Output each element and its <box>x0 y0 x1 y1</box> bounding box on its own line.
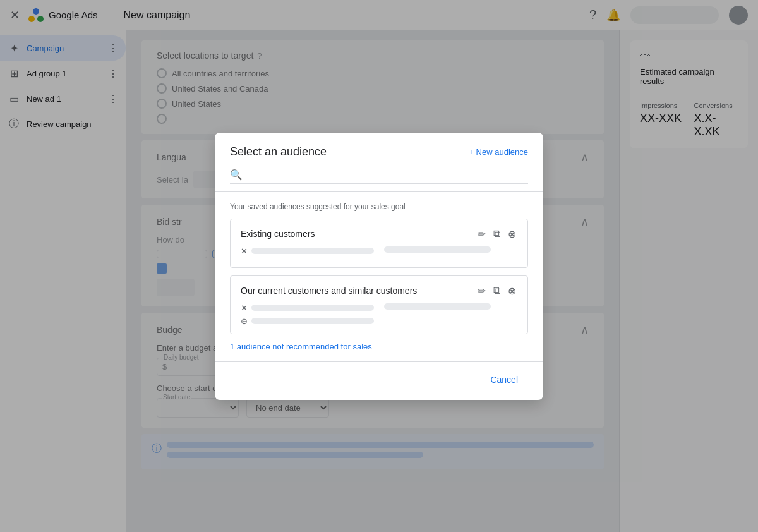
plus-icon: + <box>469 147 474 157</box>
edit-button-existing[interactable]: ✏ <box>476 227 487 241</box>
audience-name-current: Our current customers and similar custom… <box>241 286 417 296</box>
audience-modal: Select an audience + New audience 🔍 Your… <box>215 133 543 400</box>
audience-col-right-2 <box>384 303 517 326</box>
audience-actions: ✏ ⧉ ⊗ <box>476 227 517 241</box>
modal-overlay: Select an audience + New audience 🔍 Your… <box>0 0 758 532</box>
detail-line-2 <box>251 305 374 311</box>
detail-line-right-2 <box>384 303 491 310</box>
audience-item-existing: Existing customers ✏ ⧉ ⊗ ✕ <box>230 219 528 268</box>
detail-line <box>251 248 374 254</box>
new-audience-label: New audience <box>476 147 528 157</box>
suggested-label: Your saved audiences suggested for your … <box>230 202 528 211</box>
audience-col-left-2: ✕ ⊕ <box>241 303 374 326</box>
x-icon-2: ✕ <box>241 303 248 313</box>
new-audience-button[interactable]: + New audience <box>469 147 528 157</box>
not-recommended-link[interactable]: 1 audience not recommended for sales <box>230 342 528 351</box>
x-icon: ✕ <box>241 246 248 256</box>
detail-line-3 <box>251 318 374 324</box>
search-input[interactable] <box>248 169 528 179</box>
edit-button-current[interactable]: ✏ <box>476 284 487 298</box>
people-icon: ⊕ <box>241 317 248 326</box>
copy-button-existing[interactable]: ⧉ <box>492 227 502 241</box>
audience-col-right <box>384 246 517 260</box>
remove-button-existing[interactable]: ⊗ <box>507 227 517 241</box>
audience-col-left: ✕ <box>241 246 374 260</box>
modal-header: Select an audience + New audience <box>215 133 543 169</box>
audience-name-existing: Existing customers <box>241 229 315 239</box>
search-icon: 🔍 <box>230 169 243 181</box>
modal-title: Select an audience <box>230 145 327 159</box>
copy-button-current[interactable]: ⧉ <box>492 284 502 298</box>
cancel-button[interactable]: Cancel <box>480 370 528 390</box>
detail-line-right <box>384 246 491 253</box>
audience-item-header-2: Our current customers and similar custom… <box>241 284 517 298</box>
audience-actions-2: ✏ ⧉ ⊗ <box>476 284 517 298</box>
modal-footer: Cancel <box>215 361 543 400</box>
audience-details-existing: ✕ <box>241 246 517 260</box>
remove-button-current[interactable]: ⊗ <box>507 284 517 298</box>
audience-item-header: Existing customers ✏ ⧉ ⊗ <box>241 227 517 241</box>
search-input-wrap: 🔍 <box>230 169 528 184</box>
audience-details-current: ✕ ⊕ <box>241 303 517 326</box>
audience-item-current: Our current customers and similar custom… <box>230 275 528 334</box>
modal-search: 🔍 <box>215 169 543 192</box>
modal-body: Your saved audiences suggested for your … <box>215 192 543 361</box>
